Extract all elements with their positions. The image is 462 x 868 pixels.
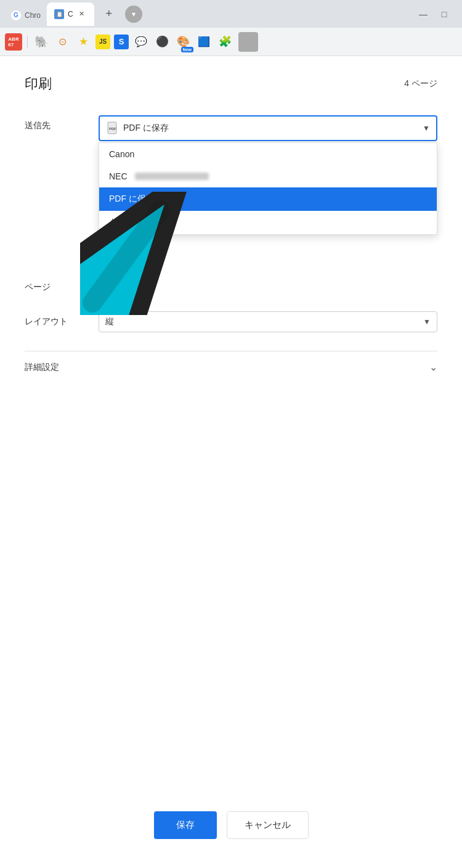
- destination-dropdown-menu: Canon NEC PDF に保存 もっと見る...: [99, 142, 437, 235]
- pdf-icon: PDF: [106, 121, 118, 136]
- dropdown-item-more[interactable]: もっと見る...: [99, 211, 437, 234]
- advanced-settings-row[interactable]: 詳細設定 ⌄: [25, 351, 437, 383]
- minimize-button[interactable]: —: [418, 9, 429, 20]
- titlebar: G Chro 📋 C ✕ + ▾ — □: [0, 0, 462, 28]
- cancel-button[interactable]: キャンセル: [227, 811, 309, 839]
- tab-dropdown-button[interactable]: ▾: [125, 6, 142, 23]
- maximize-button[interactable]: □: [439, 9, 450, 20]
- more-option-label: もっと見る...: [109, 217, 427, 228]
- chrome-icon[interactable]: 🎨 New: [174, 33, 192, 51]
- nec-blurred-text: [135, 173, 209, 180]
- destination-control: PDF PDF に保存 ▼ Canon NEC PDF に保存: [99, 115, 437, 141]
- color-grid-icon[interactable]: 🟦: [195, 33, 213, 51]
- dropdown-item-nec[interactable]: NEC: [99, 165, 437, 187]
- destination-label: 送信先: [25, 115, 99, 131]
- evernote-icon[interactable]: 🐘: [33, 33, 50, 51]
- layout-row: レイアウト 縦 ▼: [25, 311, 437, 332]
- print-footer: 保存 キャンセル: [0, 811, 462, 839]
- ext-circle-icon[interactable]: ⊙: [54, 33, 71, 51]
- pages-row: ページ: [25, 277, 437, 293]
- layout-value: 縦: [105, 316, 114, 327]
- tab-favicon: 📋: [54, 9, 64, 19]
- print-header: 印刷 4 ページ: [25, 75, 437, 93]
- print-title: 印刷: [25, 75, 52, 93]
- layout-label: レイアウト: [25, 311, 99, 327]
- extensions-icon[interactable]: 🧩: [216, 33, 233, 51]
- dropdown-item-canon[interactable]: Canon: [99, 143, 437, 165]
- ball-extension-icon[interactable]: ⚫: [153, 33, 171, 51]
- page-count: 4 ページ: [404, 78, 437, 89]
- abr-extension-icon[interactable]: ABR67: [5, 33, 22, 51]
- abr-icon-text: ABR67: [8, 36, 18, 47]
- svg-text:PDF: PDF: [109, 127, 116, 131]
- print-dialog: 印刷 4 ページ 送信先 PDF PDF に保存 ▼ Canon: [0, 56, 462, 858]
- pdf-option-label: PDF に保存: [109, 194, 427, 205]
- canon-option-label: Canon: [109, 149, 427, 159]
- destination-select[interactable]: PDF PDF に保存 ▼: [99, 115, 437, 141]
- tab-inactive-google[interactable]: G Chro: [5, 5, 47, 26]
- tab-active[interactable]: 📋 C ✕: [47, 2, 94, 26]
- layout-dropdown-arrow: ▼: [423, 317, 431, 326]
- js-extension-icon[interactable]: JS: [95, 35, 110, 49]
- new-badge: New: [181, 47, 193, 52]
- tab-inactive-label: Chro: [25, 11, 41, 20]
- tab-dropdown-icon: ▾: [132, 10, 136, 18]
- toolbar-separator-1: [27, 36, 28, 48]
- destination-row: 送信先 PDF PDF に保存 ▼ Canon NEC: [25, 115, 437, 141]
- layout-select[interactable]: 縦 ▼: [99, 311, 437, 332]
- new-tab-button[interactable]: +: [100, 6, 118, 23]
- tab-strip: G Chro 📋 C ✕: [5, 2, 94, 26]
- destination-value: PDF に保存: [123, 123, 414, 134]
- profile-icon[interactable]: [238, 32, 258, 52]
- tab-close-button[interactable]: ✕: [77, 9, 87, 19]
- tab-active-label: C: [68, 10, 73, 18]
- save-button[interactable]: 保存: [154, 811, 217, 839]
- destination-dropdown-arrow: ▼: [423, 124, 430, 133]
- star-icon[interactable]: ★: [75, 33, 92, 51]
- advanced-chevron-icon: ⌄: [429, 361, 437, 373]
- dropdown-item-pdf[interactable]: PDF に保存: [99, 187, 437, 211]
- s-extension-icon[interactable]: S: [114, 35, 129, 49]
- layout-control: 縦 ▼: [99, 311, 437, 332]
- browser-toolbar: ABR67 🐘 ⊙ ★ JS S 💬 ⚫ 🎨 New 🟦 🧩: [0, 28, 462, 56]
- nec-option-label: NEC: [109, 171, 128, 181]
- window-controls: — □: [418, 9, 457, 20]
- chat-extension-icon[interactable]: 💬: [132, 33, 150, 51]
- pages-label: ページ: [25, 277, 99, 293]
- advanced-settings-label: 詳細設定: [25, 362, 59, 373]
